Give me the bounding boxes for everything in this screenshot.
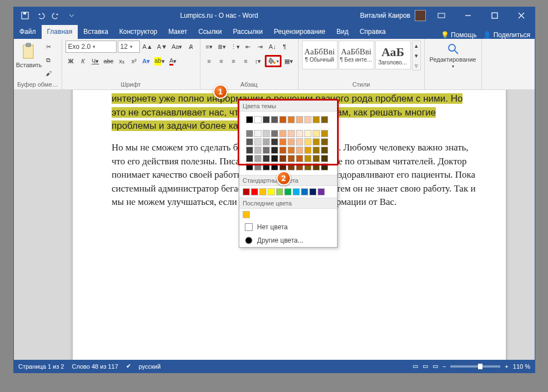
color-swatch[interactable] (313, 116, 320, 123)
tab-references[interactable]: Ссылки (193, 25, 227, 39)
color-swatch[interactable] (296, 130, 303, 137)
color-swatch[interactable] (263, 155, 270, 162)
borders-icon[interactable]: ▦▾ (283, 55, 295, 67)
color-swatch[interactable] (321, 130, 328, 137)
color-swatch[interactable] (293, 188, 300, 195)
styles-up-icon[interactable]: ▴ (413, 41, 420, 50)
color-swatch[interactable] (263, 147, 270, 154)
color-swatch[interactable] (279, 130, 286, 137)
more-colors-item[interactable]: Другие цвета... (239, 234, 337, 247)
color-swatch[interactable] (321, 116, 328, 123)
color-swatch[interactable] (321, 138, 328, 145)
color-swatch[interactable] (309, 188, 316, 195)
format-painter-icon[interactable]: 🖌 (43, 67, 54, 79)
avatar[interactable] (415, 10, 426, 21)
color-swatch[interactable] (321, 155, 328, 162)
tab-insert[interactable]: Вставка (78, 25, 114, 39)
style-normal[interactable]: АаБбВві¶ Обычный (302, 41, 338, 69)
color-swatch[interactable] (279, 155, 286, 162)
color-swatch[interactable] (279, 147, 286, 154)
qat-dropdown-icon[interactable] (65, 9, 78, 22)
view-read-icon[interactable]: ▭ (413, 363, 418, 370)
color-swatch[interactable] (313, 138, 320, 145)
color-swatch[interactable] (246, 155, 253, 162)
status-words[interactable]: Слово 48 из 117 (72, 363, 118, 370)
indent-inc-icon[interactable]: ⇥ (255, 41, 266, 53)
shrink-font-icon[interactable]: A▼ (155, 41, 169, 53)
zoom-level[interactable]: 110 % (513, 363, 530, 370)
zoom-out-button[interactable]: − (443, 363, 446, 370)
tab-review[interactable]: Рецензирование (268, 25, 331, 39)
color-swatch[interactable] (263, 116, 270, 123)
multilevel-icon[interactable]: ⋮▾ (229, 41, 242, 53)
font-name-combo[interactable]: Exo 2.0▾ (66, 41, 117, 53)
color-swatch[interactable] (318, 188, 325, 195)
color-swatch[interactable] (288, 116, 295, 123)
color-swatch[interactable] (313, 147, 320, 154)
grow-font-icon[interactable]: A▲ (141, 41, 154, 53)
color-swatch[interactable] (288, 163, 295, 170)
color-swatch[interactable] (268, 188, 275, 195)
color-swatch[interactable] (243, 188, 250, 195)
tell-me[interactable]: 💡 Помощь (441, 31, 477, 39)
tab-layout[interactable]: Макет (163, 25, 193, 39)
italic-button[interactable]: К (78, 55, 89, 67)
color-swatch[interactable] (254, 116, 262, 123)
superscript-button[interactable]: x² (128, 55, 139, 67)
color-swatch[interactable] (246, 163, 253, 170)
color-swatch[interactable] (313, 130, 320, 137)
color-swatch[interactable] (271, 163, 278, 170)
view-web-icon[interactable]: ▭ (433, 363, 438, 370)
color-swatch[interactable] (263, 130, 270, 137)
color-swatch[interactable] (304, 138, 311, 145)
color-swatch[interactable] (263, 163, 270, 170)
undo-icon[interactable] (34, 9, 47, 22)
color-swatch[interactable] (284, 188, 291, 195)
color-swatch[interactable] (254, 147, 262, 154)
numbering-icon[interactable]: ≣▾ (216, 41, 228, 53)
paste-button[interactable]: Вставить (17, 41, 41, 68)
color-swatch[interactable] (279, 138, 286, 145)
color-swatch[interactable] (259, 188, 267, 195)
color-swatch[interactable] (304, 116, 311, 123)
font-size-combo[interactable]: 12▾ (118, 41, 140, 53)
align-justify-icon[interactable]: ≡ (240, 55, 252, 67)
style-heading[interactable]: АаБЗаголово… (375, 41, 411, 69)
shading-button[interactable]: ▾ (265, 55, 281, 67)
color-swatch[interactable] (304, 155, 311, 162)
color-swatch[interactable] (246, 130, 253, 137)
color-swatch[interactable] (313, 163, 320, 170)
minimize-button[interactable] (457, 8, 479, 24)
color-swatch[interactable] (246, 138, 253, 145)
color-swatch[interactable] (246, 116, 253, 123)
color-swatch[interactable] (313, 155, 320, 162)
color-swatch[interactable] (288, 130, 295, 137)
color-swatch[interactable] (296, 163, 303, 170)
indent-dec-icon[interactable]: ⇤ (243, 41, 254, 53)
color-swatch[interactable] (279, 163, 286, 170)
color-swatch[interactable] (301, 188, 308, 195)
color-swatch[interactable] (304, 130, 311, 137)
color-swatch[interactable] (288, 147, 295, 154)
color-swatch[interactable] (254, 163, 262, 170)
strike-button[interactable]: abc (102, 55, 115, 67)
color-swatch[interactable] (271, 147, 278, 154)
color-swatch[interactable] (254, 155, 262, 162)
styles-down-icon[interactable]: ▾ (413, 51, 420, 60)
line-spacing-icon[interactable]: ↕▾ (253, 55, 264, 67)
color-swatch[interactable] (304, 163, 311, 170)
tab-file[interactable]: Файл (14, 25, 42, 39)
subscript-button[interactable]: x₂ (116, 55, 127, 67)
styles-more-icon[interactable]: ▿ (413, 61, 420, 70)
tab-home[interactable]: Главная (42, 25, 78, 39)
color-swatch[interactable] (321, 147, 328, 154)
color-swatch[interactable] (271, 116, 278, 123)
color-swatch[interactable] (271, 138, 278, 145)
align-right-icon[interactable]: ≡ (228, 55, 239, 67)
align-center-icon[interactable]: ≡ (216, 55, 227, 67)
status-language[interactable]: русский (139, 363, 160, 370)
clear-format-icon[interactable]: A̷ (185, 41, 197, 53)
color-swatch[interactable] (243, 211, 250, 218)
color-swatch[interactable] (288, 155, 295, 162)
editing-button[interactable]: Редактирование▾ (428, 41, 478, 69)
